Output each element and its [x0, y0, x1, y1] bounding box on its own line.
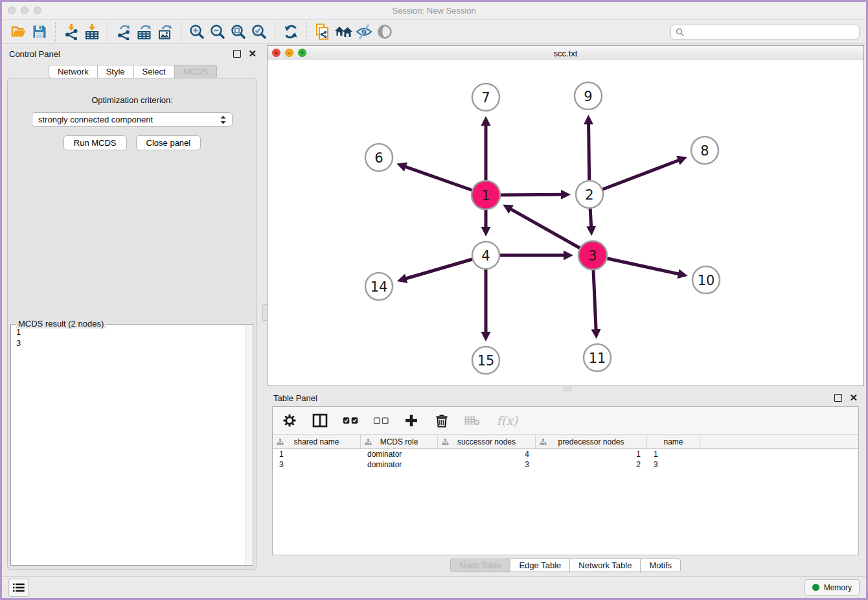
- control-panel: Control Panel ✕ Network Style Select MCD…: [2, 44, 264, 576]
- network-canvas[interactable]: 7968124314101511: [268, 60, 863, 386]
- selected-option: strongly connected component: [38, 115, 153, 124]
- optimization-criterion-label: Optimization criterion:: [8, 95, 257, 105]
- split-columns-icon[interactable]: [312, 413, 328, 428]
- toolbar-separator: [55, 23, 56, 41]
- graph-edge-arrowhead: [481, 116, 491, 126]
- cell-shared-name: 3: [273, 460, 361, 469]
- close-panel-button[interactable]: Close panel: [136, 135, 201, 150]
- column-label: MCDS role: [380, 437, 418, 446]
- network-close-button[interactable]: ×: [272, 49, 280, 57]
- open-session-icon[interactable]: [8, 23, 29, 41]
- add-column-icon[interactable]: [404, 413, 419, 428]
- graph-edge-arrowhead: [586, 226, 596, 236]
- tab-node-table[interactable]: Node Table: [450, 559, 511, 572]
- column-header-predecessor-nodes[interactable]: predecessor nodes: [536, 435, 647, 448]
- table-toolbar: f(x): [273, 407, 858, 434]
- tree-icon: [365, 439, 372, 445]
- close-table-panel-icon[interactable]: ✕: [849, 395, 858, 401]
- graph-node-label: 1: [481, 188, 490, 203]
- column-header-shared-name[interactable]: shared name: [273, 435, 361, 448]
- tab-edge-table[interactable]: Edge Table: [510, 559, 570, 572]
- tab-select[interactable]: Select: [134, 65, 175, 78]
- column-label: name: [663, 437, 683, 446]
- zoom-out-icon[interactable]: [207, 23, 228, 41]
- close-panel-icon[interactable]: ✕: [248, 51, 257, 57]
- column-header-mcds-role[interactable]: MCDS role: [361, 435, 438, 448]
- column-header-name[interactable]: name: [647, 435, 700, 448]
- network-view-window: × − + scc.txt 7968124314101511: [267, 45, 864, 386]
- toolbar-separator: [306, 23, 307, 41]
- tab-style[interactable]: Style: [98, 65, 134, 78]
- delete-column-icon[interactable]: [434, 413, 450, 428]
- minimize-window-button[interactable]: [21, 6, 29, 14]
- mcds-tab-content: Optimization criterion: strongly connect…: [7, 78, 257, 570]
- select-all-icon[interactable]: [343, 413, 358, 428]
- save-session-icon[interactable]: [29, 23, 50, 41]
- network-maximize-button[interactable]: +: [298, 49, 306, 57]
- refresh-view-icon[interactable]: [280, 23, 301, 41]
- cell-successor-nodes: 4: [438, 450, 536, 459]
- list-icon: [13, 583, 25, 592]
- tree-icon: [442, 439, 449, 445]
- close-window-button[interactable]: [8, 6, 16, 14]
- eye-icon[interactable]: [374, 23, 395, 41]
- run-mcds-button[interactable]: Run MCDS: [63, 135, 127, 150]
- export-image-icon[interactable]: [155, 23, 176, 41]
- result-line: 3: [16, 338, 240, 349]
- table-panel: Table Panel ✕: [267, 389, 864, 576]
- table-tabs: Node Table Edge Table Network Table Moti…: [267, 559, 864, 572]
- tab-network-table[interactable]: Network Table: [570, 559, 641, 572]
- task-history-button[interactable]: [8, 579, 29, 597]
- zoom-in-icon[interactable]: [187, 23, 207, 41]
- fx-label: f(x): [497, 413, 518, 428]
- settings-gear-icon[interactable]: [282, 413, 297, 428]
- column-header-successor-nodes[interactable]: successor nodes: [438, 435, 536, 448]
- memory-status-icon: [812, 584, 819, 591]
- memory-button[interactable]: Memory: [805, 579, 860, 596]
- zoom-fit-icon[interactable]: [228, 23, 249, 41]
- search-input[interactable]: [687, 27, 854, 37]
- graph-edge-arrowhead: [481, 227, 491, 237]
- tab-motifs[interactable]: Motifs: [641, 559, 681, 572]
- control-panel-tabs: Network Style Select MCDS: [2, 65, 264, 78]
- app-window: Session: New Session: [0, 0, 868, 600]
- select-stepper-icon: [220, 115, 226, 124]
- cell-predecessor-nodes: 1: [536, 450, 647, 459]
- graph-node-label: 11: [589, 351, 606, 366]
- import-network-icon[interactable]: [61, 23, 82, 41]
- graph-edge-arrowhead: [561, 190, 571, 200]
- graph-node-label: 8: [700, 143, 709, 159]
- clone-network-icon[interactable]: [312, 23, 333, 41]
- tab-network[interactable]: Network: [49, 65, 98, 78]
- tree-icon: [540, 439, 547, 445]
- graph-edge[interactable]: [589, 160, 680, 194]
- network-and-table-area: × − + scc.txt 7968124314101511 Table Pan…: [267, 44, 866, 576]
- float-table-panel-icon[interactable]: [834, 394, 842, 402]
- table-row[interactable]: 1 dominator 4 1 1: [273, 449, 858, 459]
- eye-slash-icon[interactable]: [354, 23, 374, 41]
- zoom-window-button[interactable]: [34, 6, 41, 14]
- window-title: Session: New Session: [2, 6, 866, 16]
- toolbar-separator: [275, 23, 275, 41]
- tab-mcds[interactable]: MCDS: [175, 65, 217, 78]
- deselect-all-icon[interactable]: [373, 413, 389, 428]
- table-panel-title: Table Panel: [273, 393, 317, 403]
- graph-edge-arrowhead: [481, 332, 491, 341]
- export-table-icon[interactable]: [134, 23, 155, 41]
- function-builder-icon[interactable]: f(x): [495, 413, 520, 428]
- export-network-icon[interactable]: [113, 23, 134, 41]
- graph-node-label: 14: [371, 279, 388, 295]
- mcds-result-textarea[interactable]: 1 3: [12, 325, 245, 564]
- zoom-selected-icon[interactable]: [249, 23, 269, 41]
- cell-mcds-role: dominator: [361, 460, 438, 469]
- houses-icon[interactable]: [333, 23, 354, 41]
- table-row[interactable]: 3 dominator 3 2 3: [273, 459, 858, 470]
- main-area: Control Panel ✕ Network Style Select MCD…: [2, 44, 866, 576]
- import-table-icon[interactable]: [82, 23, 102, 41]
- optimization-criterion-select[interactable]: strongly connected component: [32, 112, 233, 127]
- result-scrollbar[interactable]: [245, 325, 252, 564]
- float-panel-icon[interactable]: [233, 50, 241, 58]
- column-label: shared name: [293, 437, 339, 446]
- delete-table-icon[interactable]: [464, 413, 480, 428]
- network-minimize-button[interactable]: −: [285, 49, 293, 57]
